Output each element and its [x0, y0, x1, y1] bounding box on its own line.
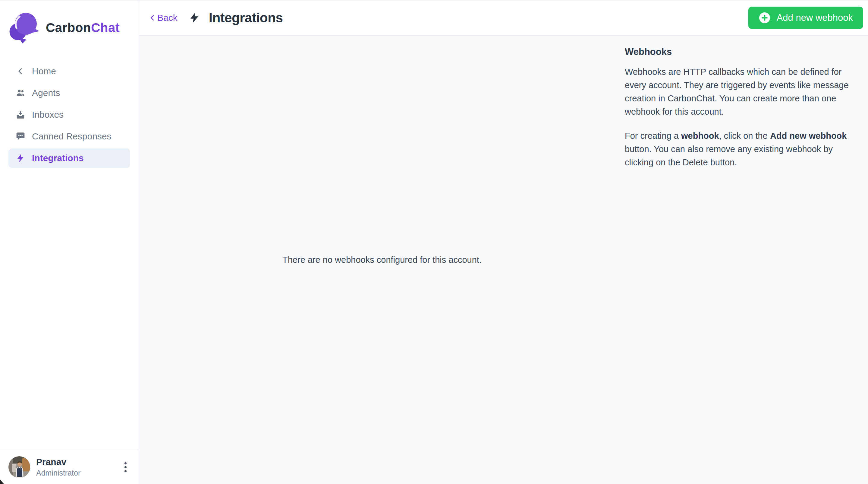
- sidebar-nav: Home Agents: [0, 45, 138, 168]
- lightning-icon: [15, 153, 26, 163]
- empty-state-message: There are no webhooks configured for thi…: [282, 255, 482, 265]
- content-area: Back Integrations Add new webhook There …: [139, 1, 868, 484]
- sidebar: CarbonChat Home Agents: [0, 1, 139, 484]
- sidebar-item-canned-responses[interactable]: Canned Responses: [8, 127, 130, 146]
- back-button[interactable]: Back: [148, 13, 178, 23]
- canned-responses-icon: [15, 132, 26, 141]
- user-meta: Pranav Administrator: [36, 457, 81, 477]
- avatar[interactable]: [8, 456, 30, 478]
- add-new-webhook-button[interactable]: Add new webhook: [748, 7, 863, 29]
- sidebar-item-agents[interactable]: Agents: [8, 83, 130, 103]
- agents-icon: [15, 88, 26, 98]
- sidebar-item-label: Inboxes: [32, 110, 64, 120]
- help-title: Webhooks: [625, 47, 857, 57]
- chevron-left-icon: [148, 13, 157, 22]
- sidebar-item-label: Canned Responses: [32, 131, 112, 142]
- page-title: Integrations: [209, 10, 283, 25]
- page-header: Back Integrations Add new webhook: [139, 1, 868, 36]
- lightning-icon: [188, 12, 200, 24]
- user-role: Administrator: [36, 468, 81, 477]
- user-profile[interactable]: Pranav Administrator: [0, 450, 138, 484]
- sidebar-item-label: Integrations: [32, 153, 84, 163]
- app-root: CarbonChat Home Agents: [0, 0, 868, 484]
- sidebar-item-integrations[interactable]: Integrations: [8, 148, 130, 168]
- plus-circle-icon: [758, 12, 771, 24]
- webhooks-list-area: There are no webhooks configured for thi…: [139, 36, 625, 484]
- main-panel: There are no webhooks configured for thi…: [139, 36, 868, 484]
- help-panel: Webhooks Webhooks are HTTP callbacks whi…: [625, 36, 868, 484]
- inbox-icon: [15, 110, 26, 119]
- sidebar-item-label: Home: [32, 66, 56, 76]
- user-name: Pranav: [36, 457, 81, 467]
- user-menu-kebab-icon[interactable]: [121, 459, 130, 475]
- sidebar-item-inboxes[interactable]: Inboxes: [8, 105, 130, 124]
- sidebar-item-home[interactable]: Home: [8, 62, 130, 81]
- brand-name: CarbonChat: [46, 21, 120, 35]
- brand-logo[interactable]: CarbonChat: [0, 1, 138, 45]
- chat-bubble-front: [15, 13, 39, 35]
- brand-logo-icon: [6, 11, 42, 45]
- help-paragraph-1: Webhooks are HTTP callbacks which can be…: [625, 65, 857, 118]
- sidebar-item-label: Agents: [32, 88, 60, 98]
- help-paragraph-2: For creating a webhook, click on the Add…: [625, 129, 857, 169]
- chevron-left-icon: [15, 67, 26, 76]
